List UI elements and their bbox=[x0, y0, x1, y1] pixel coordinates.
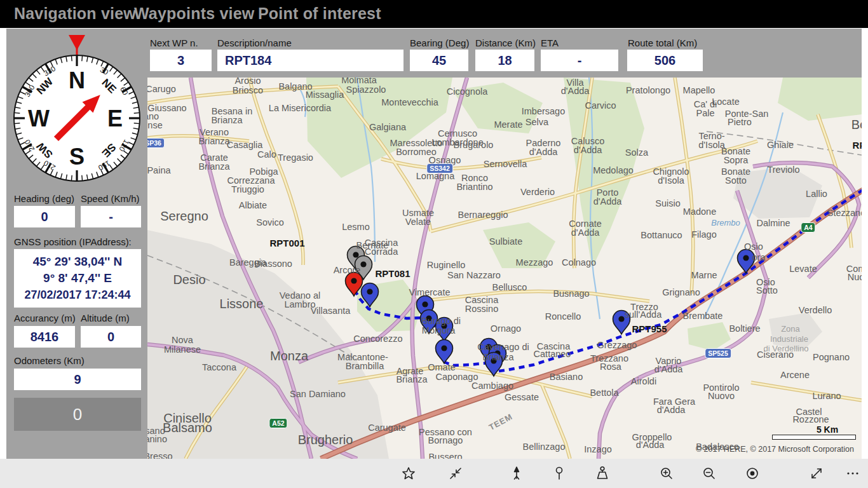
eta-label: ETA bbox=[541, 37, 559, 48]
map-label: Calusco bbox=[571, 136, 604, 146]
map-label: Casaglia bbox=[227, 140, 262, 150]
more-ellipsis-icon[interactable] bbox=[844, 465, 861, 482]
map-label: Rozzone bbox=[792, 414, 829, 424]
map-labels-layer: ArosioCarugoBrioscoBalganoMolmataSpiazzo… bbox=[147, 78, 862, 459]
map-label: Lombardone bbox=[431, 137, 483, 147]
tab-point-of-interest[interactable]: Point of interest bbox=[258, 4, 381, 23]
map-label: Nova bbox=[172, 335, 193, 345]
road-shield: SS342 bbox=[426, 163, 453, 173]
map-label: Trezzano bbox=[590, 353, 628, 363]
route-total-value: 506 bbox=[627, 50, 703, 71]
map-label: ora bbox=[752, 252, 766, 262]
map-label: Correzzana bbox=[227, 175, 275, 186]
map-label: Bellinzago bbox=[523, 442, 566, 452]
fullscreen-expand-icon[interactable] bbox=[808, 465, 825, 482]
map-label: Lambro bbox=[284, 299, 315, 309]
map-label: Villa bbox=[566, 78, 583, 88]
map-label: Gessate bbox=[505, 392, 539, 402]
zoom-out-icon[interactable] bbox=[701, 465, 717, 482]
map-label: Brambilla bbox=[346, 361, 384, 371]
map-label: Bernareggio bbox=[458, 210, 508, 220]
map-label: Cascina bbox=[537, 341, 570, 351]
title-bar: Navigation view Waypoints view Point of … bbox=[0, 0, 868, 28]
map-label: Malcantone- bbox=[337, 352, 388, 362]
zoom-in-icon[interactable] bbox=[658, 465, 675, 482]
road-shield: A52 bbox=[269, 418, 287, 428]
map-label: Ponte-San bbox=[725, 109, 769, 119]
gnss-label: GNSS position (IPAddress): bbox=[14, 236, 132, 247]
map-label: Pobiga bbox=[249, 166, 278, 177]
map-label: Lesmo bbox=[342, 222, 370, 232]
map-label: Pietro bbox=[728, 117, 752, 127]
map-label: Rosa bbox=[600, 362, 621, 372]
map-label: Monza bbox=[270, 349, 308, 363]
map-label: Calo bbox=[257, 149, 276, 159]
map-label: Bareggia bbox=[229, 257, 266, 268]
map-label: sull'Adda bbox=[625, 309, 661, 320]
svg-text:E: E bbox=[107, 105, 123, 132]
map-label: d'Adda bbox=[561, 86, 590, 96]
map-label: Burago di bbox=[421, 316, 461, 326]
gnss-datetime: 27/02/2017 17:24:44 bbox=[24, 287, 130, 303]
map-label: RPT955 bbox=[632, 323, 667, 334]
map-label: Arcene bbox=[780, 370, 810, 380]
map-label: d'Adda bbox=[574, 145, 602, 155]
map-label: San Damiano bbox=[290, 389, 346, 399]
map-label: Be bbox=[851, 118, 862, 132]
map-label: San Nazzaro bbox=[447, 270, 501, 280]
map-label: Trezzo bbox=[630, 302, 658, 312]
tab-navigation-view[interactable]: Navigation view bbox=[14, 4, 136, 23]
map-label: Madone bbox=[683, 207, 716, 217]
map-label: ense bbox=[147, 120, 163, 130]
tab-waypoints-view[interactable]: Waypoints view bbox=[134, 4, 254, 23]
map-label: TEEM bbox=[487, 412, 514, 432]
map-label: Borromeo bbox=[396, 147, 437, 157]
pin-icon[interactable] bbox=[551, 465, 567, 482]
map-label: Suisio bbox=[655, 198, 681, 208]
gnss-position-box: 45° 29' 38,04'' N 9° 8' 47,4'' E 27/02/2… bbox=[14, 249, 141, 308]
map-label: Paderno bbox=[526, 138, 561, 148]
map-label: Maressoletto bbox=[390, 138, 442, 148]
map-label: Bellusco bbox=[492, 282, 527, 292]
map-label: RPT001 bbox=[269, 238, 304, 248]
center-target-icon[interactable] bbox=[744, 465, 761, 482]
map-label: Lomagna bbox=[416, 171, 454, 181]
favorite-star-icon[interactable] bbox=[400, 465, 417, 482]
map-canvas[interactable]: ArosioCarugoBrioscoBalganoMolmataSpiazzo… bbox=[147, 78, 862, 459]
map-label: RPT081 bbox=[375, 268, 410, 279]
compass-arrow-icon[interactable] bbox=[508, 465, 525, 482]
odometers-label: Odometers (Km) bbox=[14, 355, 85, 366]
map-label: Briantino bbox=[456, 182, 492, 192]
map-label: Nuovo bbox=[708, 391, 735, 401]
map-label: Velate bbox=[405, 217, 431, 227]
map-label: Pessano con bbox=[419, 427, 472, 437]
trip-reset-button[interactable]: 0 bbox=[14, 398, 141, 431]
map-label: Brembate bbox=[683, 311, 723, 321]
map-label: Spiazzolo bbox=[346, 85, 386, 95]
pin-base-icon[interactable] bbox=[594, 465, 611, 482]
map-label: di Verdellino bbox=[764, 344, 809, 353]
map-label: Sopra bbox=[724, 155, 749, 165]
bearing-label: Bearing (Deg) bbox=[410, 37, 469, 48]
map-label: Bettola bbox=[590, 388, 618, 398]
map-label: Omate bbox=[428, 362, 456, 372]
map-label: Terno- bbox=[698, 131, 724, 141]
map-label: Sovico bbox=[256, 217, 284, 227]
map-label: Milanese bbox=[164, 344, 201, 355]
map-label: Roncello bbox=[545, 311, 581, 322]
map-label: d'Adda bbox=[636, 440, 665, 450]
map-label: Grezzago bbox=[597, 340, 637, 350]
map-label: Fara Gera bbox=[653, 396, 695, 407]
map-label: Brianza bbox=[198, 136, 229, 146]
collapse-icon[interactable] bbox=[447, 465, 464, 482]
map-label: Mezzago bbox=[516, 257, 553, 268]
map-label: Verdello bbox=[799, 305, 832, 315]
map-label: Tregasio bbox=[278, 152, 313, 163]
distance-value: 18 bbox=[475, 50, 534, 71]
map-label: Verderio bbox=[520, 187, 555, 197]
map-label: Cernusco bbox=[438, 128, 477, 139]
map-label: Pale bbox=[696, 108, 714, 118]
map-label: Brianza bbox=[211, 115, 242, 125]
map-label: Villasanta bbox=[311, 306, 351, 316]
altitude-value: 0 bbox=[81, 326, 141, 348]
